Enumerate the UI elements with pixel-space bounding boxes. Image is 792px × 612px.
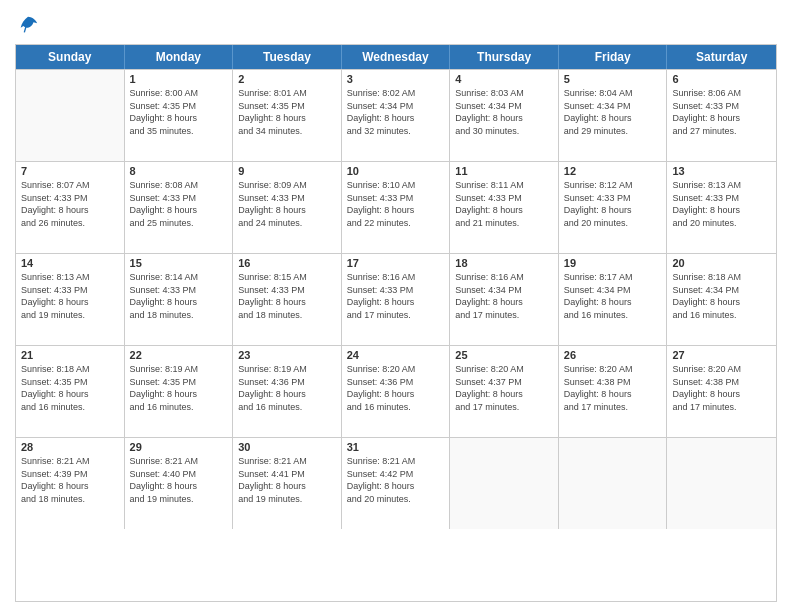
calendar-day-empty [667,438,776,529]
daylight-text: Daylight: 8 hoursand 18 minutes. [130,297,198,320]
sunset-text: Sunset: 4:38 PM [672,377,739,387]
day-number: 26 [564,349,662,361]
sunrise-text: Sunrise: 8:16 AM [347,272,416,282]
daylight-text: Daylight: 8 hoursand 22 minutes. [347,205,415,228]
day-info: Sunrise: 8:17 AMSunset: 4:34 PMDaylight:… [564,271,662,321]
calendar-day-29: 29Sunrise: 8:21 AMSunset: 4:40 PMDayligh… [125,438,234,529]
day-number: 11 [455,165,553,177]
day-info: Sunrise: 8:00 AMSunset: 4:35 PMDaylight:… [130,87,228,137]
day-number: 15 [130,257,228,269]
day-info: Sunrise: 8:15 AMSunset: 4:33 PMDaylight:… [238,271,336,321]
sunrise-text: Sunrise: 8:06 AM [672,88,741,98]
day-number: 9 [238,165,336,177]
day-number: 4 [455,73,553,85]
day-info: Sunrise: 8:18 AMSunset: 4:34 PMDaylight:… [672,271,771,321]
page-header [15,10,777,36]
sunset-text: Sunset: 4:35 PM [130,101,197,111]
sunset-text: Sunset: 4:33 PM [672,193,739,203]
sunset-text: Sunset: 4:36 PM [238,377,305,387]
daylight-text: Daylight: 8 hoursand 16 minutes. [347,389,415,412]
sunset-text: Sunset: 4:41 PM [238,469,305,479]
sunrise-text: Sunrise: 8:15 AM [238,272,307,282]
daylight-text: Daylight: 8 hoursand 16 minutes. [130,389,198,412]
sunset-text: Sunset: 4:34 PM [455,101,522,111]
sunrise-text: Sunrise: 8:01 AM [238,88,307,98]
day-header-thursday: Thursday [450,45,559,69]
day-number: 30 [238,441,336,453]
calendar-week-2: 7Sunrise: 8:07 AMSunset: 4:33 PMDaylight… [16,161,776,253]
daylight-text: Daylight: 8 hoursand 30 minutes. [455,113,523,136]
daylight-text: Daylight: 8 hoursand 16 minutes. [672,297,740,320]
sunrise-text: Sunrise: 8:12 AM [564,180,633,190]
calendar-day-7: 7Sunrise: 8:07 AMSunset: 4:33 PMDaylight… [16,162,125,253]
sunrise-text: Sunrise: 8:16 AM [455,272,524,282]
day-number: 28 [21,441,119,453]
day-info: Sunrise: 8:21 AMSunset: 4:41 PMDaylight:… [238,455,336,505]
day-info: Sunrise: 8:21 AMSunset: 4:40 PMDaylight:… [130,455,228,505]
daylight-text: Daylight: 8 hoursand 21 minutes. [455,205,523,228]
day-info: Sunrise: 8:08 AMSunset: 4:33 PMDaylight:… [130,179,228,229]
daylight-text: Daylight: 8 hoursand 29 minutes. [564,113,632,136]
calendar-day-10: 10Sunrise: 8:10 AMSunset: 4:33 PMDayligh… [342,162,451,253]
sunset-text: Sunset: 4:33 PM [238,285,305,295]
day-number: 19 [564,257,662,269]
day-number: 13 [672,165,771,177]
sunset-text: Sunset: 4:33 PM [238,193,305,203]
calendar-day-21: 21Sunrise: 8:18 AMSunset: 4:35 PMDayligh… [16,346,125,437]
sunset-text: Sunset: 4:33 PM [21,193,88,203]
calendar-day-3: 3Sunrise: 8:02 AMSunset: 4:34 PMDaylight… [342,70,451,161]
calendar-day-27: 27Sunrise: 8:20 AMSunset: 4:38 PMDayligh… [667,346,776,437]
logo-bird-icon [17,14,39,36]
day-info: Sunrise: 8:20 AMSunset: 4:36 PMDaylight:… [347,363,445,413]
day-info: Sunrise: 8:19 AMSunset: 4:35 PMDaylight:… [130,363,228,413]
calendar-day-30: 30Sunrise: 8:21 AMSunset: 4:41 PMDayligh… [233,438,342,529]
sunrise-text: Sunrise: 8:18 AM [672,272,741,282]
day-info: Sunrise: 8:14 AMSunset: 4:33 PMDaylight:… [130,271,228,321]
sunset-text: Sunset: 4:33 PM [21,285,88,295]
sunset-text: Sunset: 4:33 PM [455,193,522,203]
sunset-text: Sunset: 4:34 PM [564,101,631,111]
day-info: Sunrise: 8:20 AMSunset: 4:38 PMDaylight:… [672,363,771,413]
daylight-text: Daylight: 8 hoursand 20 minutes. [347,481,415,504]
calendar-header: SundayMondayTuesdayWednesdayThursdayFrid… [16,45,776,69]
day-header-saturday: Saturday [667,45,776,69]
sunrise-text: Sunrise: 8:19 AM [238,364,307,374]
daylight-text: Daylight: 8 hoursand 24 minutes. [238,205,306,228]
day-number: 7 [21,165,119,177]
day-number: 18 [455,257,553,269]
day-header-sunday: Sunday [16,45,125,69]
sunrise-text: Sunrise: 8:08 AM [130,180,199,190]
daylight-text: Daylight: 8 hoursand 20 minutes. [564,205,632,228]
sunset-text: Sunset: 4:34 PM [672,285,739,295]
day-header-wednesday: Wednesday [342,45,451,69]
calendar-day-28: 28Sunrise: 8:21 AMSunset: 4:39 PMDayligh… [16,438,125,529]
sunset-text: Sunset: 4:36 PM [347,377,414,387]
day-number: 29 [130,441,228,453]
day-info: Sunrise: 8:07 AMSunset: 4:33 PMDaylight:… [21,179,119,229]
daylight-text: Daylight: 8 hoursand 16 minutes. [21,389,89,412]
calendar-day-22: 22Sunrise: 8:19 AMSunset: 4:35 PMDayligh… [125,346,234,437]
calendar-day-13: 13Sunrise: 8:13 AMSunset: 4:33 PMDayligh… [667,162,776,253]
day-number: 8 [130,165,228,177]
day-info: Sunrise: 8:06 AMSunset: 4:33 PMDaylight:… [672,87,771,137]
sunset-text: Sunset: 4:33 PM [130,193,197,203]
calendar-day-empty [16,70,125,161]
daylight-text: Daylight: 8 hoursand 26 minutes. [21,205,89,228]
day-info: Sunrise: 8:11 AMSunset: 4:33 PMDaylight:… [455,179,553,229]
sunset-text: Sunset: 4:42 PM [347,469,414,479]
sunrise-text: Sunrise: 8:04 AM [564,88,633,98]
day-number: 16 [238,257,336,269]
daylight-text: Daylight: 8 hoursand 17 minutes. [455,389,523,412]
sunrise-text: Sunrise: 8:17 AM [564,272,633,282]
calendar-day-8: 8Sunrise: 8:08 AMSunset: 4:33 PMDaylight… [125,162,234,253]
sunset-text: Sunset: 4:33 PM [347,285,414,295]
sunrise-text: Sunrise: 8:21 AM [347,456,416,466]
day-number: 6 [672,73,771,85]
calendar-day-19: 19Sunrise: 8:17 AMSunset: 4:34 PMDayligh… [559,254,668,345]
sunset-text: Sunset: 4:33 PM [130,285,197,295]
day-info: Sunrise: 8:21 AMSunset: 4:42 PMDaylight:… [347,455,445,505]
sunset-text: Sunset: 4:35 PM [238,101,305,111]
day-info: Sunrise: 8:20 AMSunset: 4:38 PMDaylight:… [564,363,662,413]
sunrise-text: Sunrise: 8:00 AM [130,88,199,98]
sunset-text: Sunset: 4:37 PM [455,377,522,387]
